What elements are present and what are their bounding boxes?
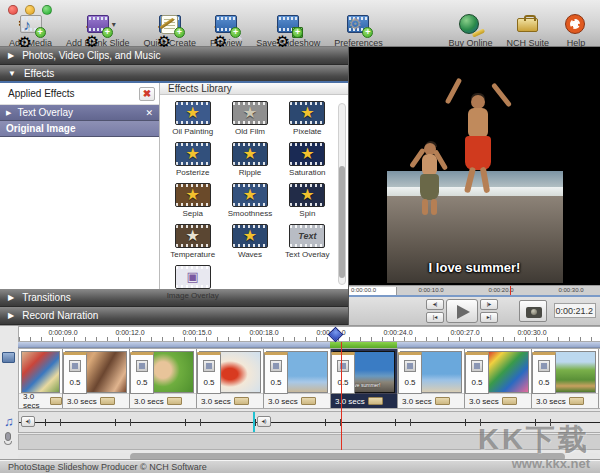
- slide-duration-button[interactable]: [502, 397, 517, 405]
- section-photos-header[interactable]: ▶ Photos, Video Clips, and Music: [0, 47, 348, 65]
- timeline-slide[interactable]: 3.0 secs: [19, 349, 63, 408]
- slide-footer: 3.0 secs: [465, 393, 531, 408]
- remove-effect-icon[interactable]: ✕: [145, 108, 153, 118]
- preview-seek-bar[interactable]: 0:00:00.00:00:10.00:00:20.00:00:30.0: [349, 285, 600, 297]
- transition-marker[interactable]: 0.5: [264, 352, 288, 394]
- slide-duration-button[interactable]: [301, 397, 316, 405]
- toolbar-button[interactable]: ♪ ⚙ ⚙ + ▾ Preview: [203, 14, 249, 48]
- collapsed-arrow-icon: ▶: [8, 311, 14, 320]
- toolbar-button[interactable]: ♪ ⚙ ⚙ + ▾ Save Slideshow: [249, 14, 327, 48]
- toolbox-icon: [517, 18, 538, 32]
- slide-duration-button[interactable]: [569, 397, 584, 405]
- section-effects-header[interactable]: ▼ Effects: [0, 65, 348, 83]
- toolbar: ♪ ⚙ ⚙ + ▾ Add Media ♪: [0, 0, 600, 47]
- narration-track[interactable]: [18, 434, 600, 450]
- applied-effects-header: Applied Effects ✖: [0, 83, 159, 105]
- timeline-playhead-line[interactable]: [341, 342, 342, 450]
- delete-effect-button[interactable]: ✖: [139, 87, 155, 101]
- effect-item[interactable]: ★ Posterize: [164, 142, 221, 180]
- section-record-narration-header[interactable]: ▶ Record Narration: [0, 307, 348, 325]
- applied-effect-original-image[interactable]: Original Image: [0, 121, 159, 137]
- effect-item[interactable]: ▣ Image Overlay: [164, 265, 221, 303]
- toolbar-button[interactable]: ♪ ⚙ ⚙ + ▾ Add Blank Slide: [59, 14, 137, 48]
- effect-item[interactable]: ★ Saturation: [279, 142, 336, 180]
- audio-volume-button[interactable]: ◂): [21, 416, 35, 427]
- applied-effects-column: Applied Effects ✖ ▶ Text Overlay ✕ Origi…: [0, 83, 160, 289]
- toolbar-button[interactable]: NCH Suite: [499, 14, 556, 48]
- transition-icon: [404, 360, 416, 372]
- effect-item[interactable]: ★ Ripple: [221, 142, 278, 180]
- transition-marker[interactable]: 0.5: [197, 352, 221, 394]
- chevron-down-icon: ▾: [112, 20, 116, 29]
- transition-marker[interactable]: 0.5: [398, 352, 422, 394]
- step-back-button[interactable]: ◂|: [426, 299, 444, 310]
- effects-scrollbar[interactable]: [338, 103, 346, 285]
- effect-item[interactable]: ★ Sepia: [164, 183, 221, 221]
- go-to-end-button[interactable]: ▸|: [480, 312, 498, 323]
- slide-duration-button[interactable]: [50, 397, 62, 405]
- slide-duration-button[interactable]: [435, 397, 450, 405]
- toolbar-button[interactable]: ♪ ⚙ ⚙ + ▾ Add Media: [2, 14, 59, 48]
- slide-duration: 3.0 secs: [536, 397, 566, 406]
- go-to-start-button[interactable]: |◂: [426, 312, 444, 323]
- transition-duration: 0.5: [538, 378, 549, 387]
- play-button[interactable]: [446, 299, 478, 323]
- star-icon: ★: [185, 146, 199, 162]
- timeline-ruler[interactable]: 0:00:09.00:00:12.00:00:15.00:00:18.00:00…: [18, 326, 600, 342]
- toolbar-button[interactable]: ♪ ⚙ ⚙ + ▾ Quick Create: [137, 14, 204, 48]
- applied-effects-title: Applied Effects: [8, 88, 75, 99]
- effect-thumbnail: ★: [232, 183, 268, 207]
- slide-footer: 3.0 secs: [532, 393, 598, 408]
- slide-duration-button[interactable]: [234, 397, 249, 405]
- toolbar-button-icon: ♪ ⚙ ⚙ + ▾: [213, 14, 239, 36]
- camera-icon: [526, 307, 542, 318]
- audio-track[interactable]: ◂) ◂): [18, 411, 600, 433]
- toolbar-button[interactable]: ♪ ⚙ ⚙ + ▾ Preferences: [327, 14, 390, 48]
- effect-item[interactable]: ★ Pixelate: [279, 101, 336, 139]
- effect-label: Image Overlay: [167, 291, 219, 300]
- narration-track-icon: [5, 432, 12, 445]
- applied-effect-text-overlay[interactable]: ▶ Text Overlay ✕: [0, 105, 159, 121]
- effect-item[interactable]: ★ Old Film: [221, 101, 278, 139]
- effect-item[interactable]: ★ Temperature: [164, 224, 221, 262]
- slide-duration-button[interactable]: [100, 397, 115, 405]
- transition-marker[interactable]: 0.5: [130, 352, 154, 394]
- toolbar-button-icon: ♪ ⚙ ⚙ + ▾: [345, 14, 371, 36]
- effect-label: Pixelate: [293, 127, 321, 136]
- step-forward-button[interactable]: |▸: [480, 299, 498, 310]
- effect-item[interactable]: ★ Waves: [221, 224, 278, 262]
- effect-item[interactable]: ★ Spin: [279, 183, 336, 221]
- transition-marker[interactable]: 0.5: [331, 352, 355, 394]
- effects-panel: Applied Effects ✖ ▶ Text Overlay ✕ Origi…: [0, 83, 348, 289]
- ruler-time-label: 0:00:27.0: [437, 329, 493, 336]
- effect-item[interactable]: ★ Smoothness: [221, 183, 278, 221]
- slide-footer: 3.0 secs: [19, 393, 62, 408]
- ruler-time-label: 0:00:30.0: [504, 329, 560, 336]
- transition-marker[interactable]: 0.5: [532, 352, 556, 394]
- star-icon: ★: [243, 105, 257, 121]
- seek-playhead[interactable]: [510, 286, 511, 295]
- effect-item[interactable]: ★ Oil Painting: [164, 101, 221, 139]
- transition-duration: 0.5: [337, 378, 348, 387]
- snapshot-button[interactable]: [519, 300, 547, 322]
- toolbar-button[interactable]: Buy Online: [441, 14, 499, 48]
- transition-marker[interactable]: 0.5: [465, 352, 489, 394]
- effect-label: Sepia: [182, 209, 202, 218]
- audio-volume-button[interactable]: ◂): [257, 416, 271, 427]
- status-text: PhotoStage Slideshow Producer © NCH Soft…: [8, 462, 207, 472]
- seek-time-label: 0:00:20.0: [466, 287, 536, 293]
- slide-thumbnail: [21, 351, 60, 393]
- toolbar-button[interactable]: Help: [556, 14, 596, 48]
- slide-duration-button[interactable]: [167, 397, 182, 405]
- effect-thumbnail: ★: [175, 183, 211, 207]
- effects-scrollbar-thumb[interactable]: [339, 166, 345, 278]
- applied-effect-label: Text Overlay: [17, 107, 73, 118]
- slide-duration-button[interactable]: [368, 397, 383, 405]
- transition-marker[interactable]: 0.5: [63, 352, 87, 394]
- transition-icon: [471, 360, 483, 372]
- effect-label: Saturation: [289, 168, 325, 177]
- star-icon: ★: [300, 146, 314, 162]
- effect-label: Ripple: [239, 168, 262, 177]
- effect-item[interactable]: Text Text Overlay: [279, 224, 336, 262]
- slide-footer: 3.0 secs: [130, 393, 196, 408]
